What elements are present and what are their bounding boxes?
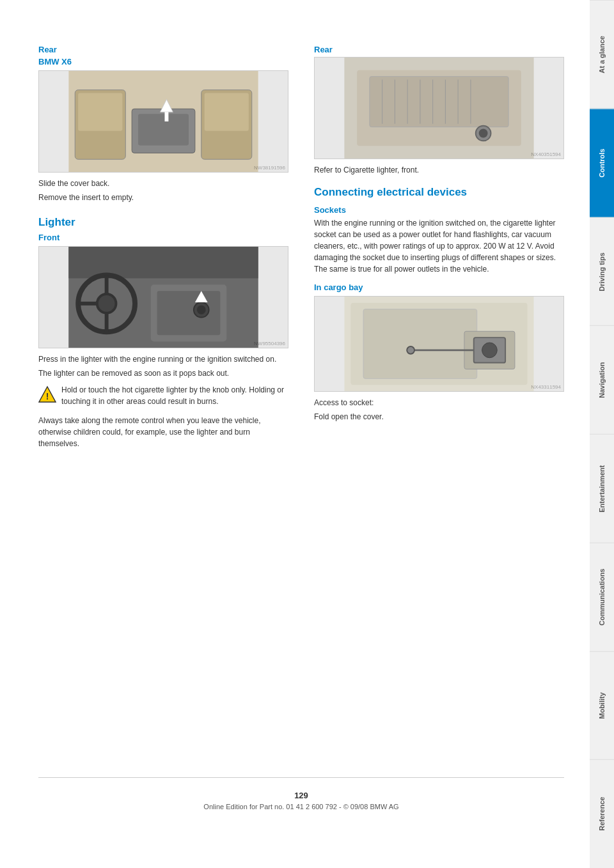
svg-point-36 [479, 129, 488, 138]
image-watermark-3: NX40351594 [531, 151, 561, 157]
image-watermark-2: NW95504396 [254, 341, 285, 346]
slide-text: Slide the cover back. [38, 178, 288, 189]
cargo-bay-image: NX43311594 [314, 296, 564, 392]
press-text: Press in the lighter with the engine run… [38, 353, 288, 365]
sidebar-tab-reference[interactable]: Reference [590, 759, 614, 868]
rear-bmwx6-image: NW38191596 [38, 70, 288, 173]
lighter-front-image: NW95504396 [38, 246, 288, 348]
warning-box: ! Hold or touch the hot cigarette lighte… [38, 384, 288, 410]
sidebar: At a glance Controls Driving tips Naviga… [590, 0, 614, 868]
rear-right-image: NX40351594 [314, 57, 564, 159]
svg-rect-8 [164, 112, 168, 121]
lighter-remove-text: The lighter can be removed as soon as it… [38, 368, 288, 379]
warning-icon: ! [38, 385, 56, 403]
svg-text:!: ! [46, 391, 49, 401]
lighter-section: Lighter Front [38, 216, 288, 449]
svg-rect-26 [370, 77, 508, 127]
lighter-heading: Lighter [38, 216, 288, 229]
svg-point-20 [197, 306, 206, 314]
svg-point-42 [482, 343, 498, 358]
svg-rect-39 [363, 309, 477, 379]
warning-text: Hold or touch the hot cigarette lighter … [61, 384, 288, 407]
connecting-section: Connecting electrical devices Sockets Wi… [314, 186, 564, 422]
access-text: Access to socket: [314, 397, 564, 408]
svg-rect-2 [78, 93, 122, 131]
footer-text: Online Edition for Part no. 01 41 2 600 … [38, 803, 564, 810]
rear-section-left: Rear BMW X6 [38, 45, 288, 203]
rear-heading-right: Rear [314, 45, 564, 54]
right-column: Rear [314, 38, 564, 764]
sockets-text: With the engine running or the ignition … [314, 217, 564, 275]
svg-point-13 [97, 294, 116, 313]
sidebar-tab-at-a-glance[interactable]: At a glance [590, 0, 614, 109]
rear-heading-left: Rear [38, 45, 288, 54]
page-number: 129 [38, 791, 564, 800]
sidebar-tab-navigation[interactable]: Navigation [590, 325, 614, 434]
rear-section-right: Rear [314, 45, 564, 176]
image-watermark-1: NW38191596 [254, 165, 285, 171]
refer-text: Refer to Cigarette lighter, front. [314, 164, 564, 176]
sidebar-tab-entertainment[interactable]: Entertainment [590, 434, 614, 543]
front-label: Front [38, 233, 288, 242]
svg-point-44 [407, 346, 414, 354]
page-footer: 129 Online Edition for Part no. 01 41 2 … [38, 777, 564, 817]
bmw-x6-label: BMW X6 [38, 57, 288, 66]
sidebar-tab-communications[interactable]: Communications [590, 543, 614, 651]
image-watermark-4: NX43311594 [531, 384, 561, 390]
sidebar-tab-driving-tips[interactable]: Driving tips [590, 217, 614, 326]
fold-text: Fold open the cover. [314, 411, 564, 422]
svg-rect-4 [205, 93, 249, 131]
always-text: Always take along the remote control whe… [38, 415, 288, 449]
svg-rect-18 [157, 291, 221, 335]
sockets-label: Sockets [314, 205, 564, 215]
connecting-heading: Connecting electrical devices [314, 186, 564, 199]
in-cargo-bay-label: In cargo bay [314, 283, 564, 292]
remove-text: Remove the insert to empty. [38, 192, 288, 203]
left-column: Rear BMW X6 [38, 38, 288, 764]
svg-rect-11 [68, 247, 258, 278]
sidebar-tab-mobility[interactable]: Mobility [590, 651, 614, 760]
sidebar-tab-controls[interactable]: Controls [590, 109, 614, 217]
svg-rect-6 [138, 114, 189, 145]
